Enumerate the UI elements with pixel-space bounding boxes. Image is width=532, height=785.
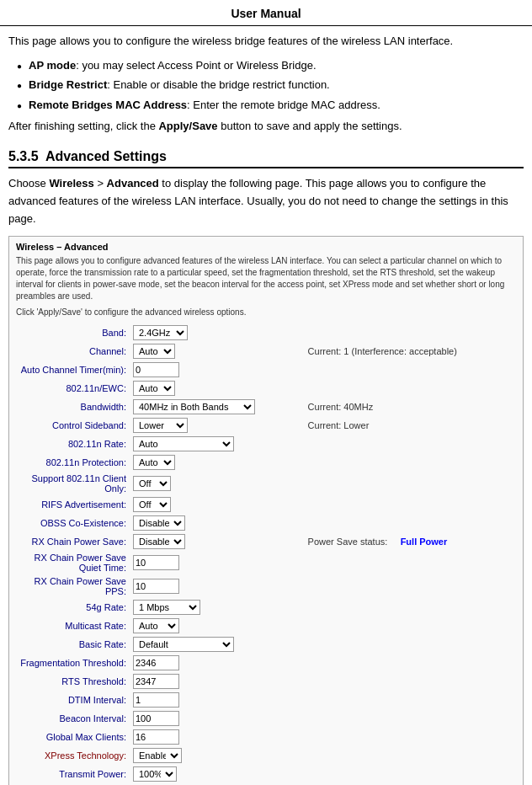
wireless-panel: Wireless – Advanced This page allows you… [8, 236, 524, 785]
control-80211n-rate[interactable]: Auto [130, 435, 305, 453]
panel-description: This page allows you to configure advanc… [16, 255, 516, 302]
input-global-max-clients[interactable] [133, 729, 179, 745]
page-title: User Manual [0, 0, 532, 26]
list-item-bridge-restrict: Bridge Restrict: Enable or disable the b… [17, 77, 524, 93]
row-rts-threshold: RTS Threshold: [16, 672, 516, 691]
row-beacon-interval: Beacon Interval: [16, 709, 516, 728]
panel-title: Wireless – Advanced [16, 242, 516, 252]
list-item-ap-mode: AP mode: you may select Access Point or … [17, 57, 524, 74]
label-54g-rate: 54g Rate: [16, 598, 130, 617]
list-item-remote-bridges: Remote Bridges MAC Address: Enter the re… [17, 97, 524, 114]
row-rx-pps: RX Chain Power Save PPS: [16, 574, 516, 598]
after-text: After finishing setting, click the Apply… [8, 118, 524, 136]
select-80211n-rate[interactable]: Auto [133, 436, 234, 451]
row-rx-quiet-time: RX Chain Power Save Quiet Time: [16, 551, 516, 574]
select-multicast-rate[interactable]: Auto [133, 618, 179, 633]
label-80211n-rate: 802.11n Rate: [16, 435, 130, 453]
control-beacon-interval[interactable] [130, 709, 305, 728]
row-basic-rate: Basic Rate: Default [16, 635, 516, 654]
row-transmit-power: Transmit Power: 100% [16, 765, 516, 783]
label-channel: Channel: [16, 342, 130, 360]
control-rts-threshold[interactable] [130, 672, 305, 691]
control-xpress-technology[interactable]: Enable [130, 746, 305, 765]
control-rx-pps[interactable] [130, 574, 305, 598]
select-bandwidth[interactable]: 40MHz in Both Bands [133, 399, 255, 414]
control-rifs[interactable]: Off [130, 495, 305, 514]
row-channel: Channel: Auto Current: 1 (Interference: … [16, 342, 516, 360]
select-support-80211n-client[interactable]: Off [133, 476, 171, 491]
input-auto-channel-timer[interactable] [133, 362, 179, 377]
label-transmit-power: Transmit Power: [16, 765, 130, 783]
select-obss[interactable]: Disable [133, 515, 185, 531]
input-frag-threshold[interactable] [133, 655, 179, 670]
label-beacon-interval: Beacon Interval: [16, 709, 130, 728]
row-control-sideband: Control Sideband: Lower Current: Lower [16, 416, 516, 435]
select-rifs[interactable]: Off [133, 497, 171, 512]
row-dtim-interval: DTIM Interval: [16, 691, 516, 709]
input-beacon-interval[interactable] [133, 711, 179, 726]
label-support-80211n-client: Support 802.11n Client Only: [16, 472, 130, 495]
label-xpress-technology: XPress Technology: [16, 746, 130, 765]
control-dtim-interval[interactable] [130, 691, 305, 709]
info-control-sideband: Current: Lower [305, 416, 516, 435]
control-multicast-rate[interactable]: Auto [130, 617, 305, 635]
select-80211n-ewc[interactable]: Auto [133, 381, 175, 396]
section-heading: 5.3.5 Advanced Settings [8, 147, 524, 168]
label-multicast-rate: Multicast Rate: [16, 617, 130, 635]
input-rts-threshold[interactable] [133, 674, 179, 689]
control-80211n-protection[interactable]: Auto [130, 453, 305, 472]
row-rifs: RIFS Advertisement: Off [16, 495, 516, 514]
info-rx-power-save: Power Save status: Full Power [305, 532, 516, 551]
select-transmit-power[interactable]: 100% [133, 766, 177, 782]
row-global-max-clients: Global Max Clients: [16, 728, 516, 746]
control-basic-rate[interactable]: Default [130, 635, 305, 654]
label-rts-threshold: RTS Threshold: [16, 672, 130, 691]
control-auto-channel-timer[interactable] [130, 360, 305, 379]
select-54g-rate[interactable]: 1 Mbps [133, 600, 200, 615]
control-channel[interactable]: Auto [130, 342, 305, 360]
info-bandwidth: Current: 40MHz [305, 398, 516, 416]
row-band: Band: 2.4GHz [16, 323, 516, 342]
control-transmit-power[interactable]: 100% [130, 765, 305, 783]
row-80211n-protection: 802.11n Protection: Auto [16, 453, 516, 472]
select-band[interactable]: 2.4GHz [133, 325, 188, 340]
select-channel[interactable]: Auto [133, 344, 175, 359]
control-sideband[interactable]: Lower [130, 416, 305, 435]
input-rx-quiet-time[interactable] [133, 555, 179, 570]
row-bandwidth: Bandwidth: 40MHz in Both Bands Current: … [16, 398, 516, 416]
control-rx-chain-power-save[interactable]: Disable [130, 532, 305, 551]
label-basic-rate: Basic Rate: [16, 635, 130, 654]
row-54g-rate: 54g Rate: 1 Mbps [16, 598, 516, 617]
control-band[interactable]: 2.4GHz [130, 323, 305, 342]
row-auto-channel-timer: Auto Channel Timer(min): [16, 360, 516, 379]
control-obss[interactable]: Disable [130, 514, 305, 532]
label-dtim-interval: DTIM Interval: [16, 691, 130, 709]
select-control-sideband[interactable]: Lower [133, 418, 188, 433]
info-channel: Current: 1 (Interference: acceptable) [305, 342, 516, 360]
control-bandwidth[interactable]: 40MHz in Both Bands [130, 398, 305, 416]
panel-note: Click 'Apply/Save' to configure the adva… [16, 307, 516, 317]
input-dtim-interval[interactable] [133, 692, 179, 708]
label-obss: OBSS Co-Existence: [16, 514, 130, 532]
control-global-max-clients[interactable] [130, 728, 305, 746]
label-control-sideband: Control Sideband: [16, 416, 130, 435]
control-80211n-ewc[interactable]: Auto [130, 379, 305, 398]
settings-form: Band: 2.4GHz Channel: Auto Current: 1 (I… [16, 323, 516, 785]
intro-paragraph: This page allows you to configure the wi… [8, 33, 524, 51]
label-frag-threshold: Fragmentation Threshold: [16, 654, 130, 672]
input-rx-pps[interactable] [133, 579, 179, 594]
select-basic-rate[interactable]: Default [133, 637, 234, 652]
select-xpress-technology[interactable]: Enable [133, 748, 182, 763]
select-rx-chain-power-save[interactable]: Disable [133, 534, 185, 549]
control-rx-quiet-time[interactable] [130, 551, 305, 574]
label-rifs: RIFS Advertisement: [16, 495, 130, 514]
control-frag-threshold[interactable] [130, 654, 305, 672]
select-80211n-protection[interactable]: Auto [133, 455, 175, 470]
row-frag-threshold: Fragmentation Threshold: [16, 654, 516, 672]
label-band: Band: [16, 323, 130, 342]
label-rx-pps: RX Chain Power Save PPS: [16, 574, 130, 598]
power-save-status: Full Power [401, 537, 448, 547]
control-54g-rate[interactable]: 1 Mbps [130, 598, 305, 617]
control-support-80211n-client[interactable]: Off [130, 472, 305, 495]
row-support-80211n-client: Support 802.11n Client Only: Off [16, 472, 516, 495]
